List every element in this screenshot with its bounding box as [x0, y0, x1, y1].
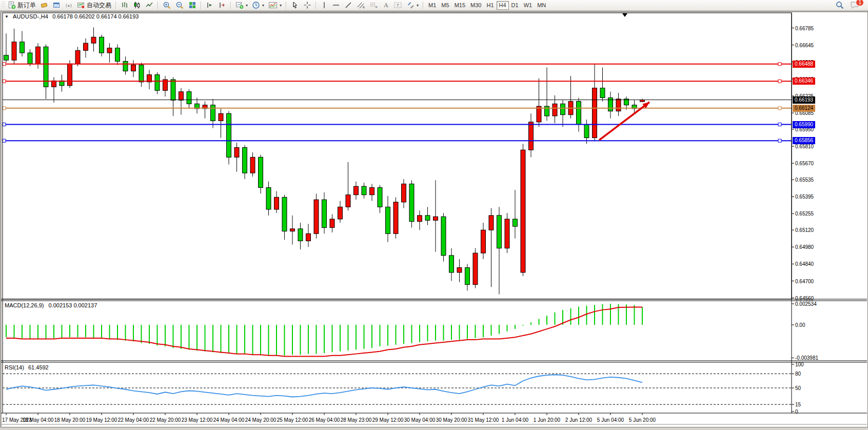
autotrade-label: 自动交易	[87, 1, 111, 10]
candle-down	[28, 53, 32, 64]
line-anchor-handle[interactable]	[3, 123, 6, 126]
bar-chart-button[interactable]	[119, 1, 131, 10]
timeframe-mn-button[interactable]: MN	[535, 1, 548, 10]
line-anchor-handle[interactable]	[778, 139, 781, 142]
timeframe-h1-button[interactable]: H1	[484, 1, 496, 10]
notification-count-badge: 1	[856, 0, 864, 6]
candle-down	[187, 92, 191, 104]
crosshair-button[interactable]	[301, 1, 313, 10]
add-indicator-button[interactable]: ▾	[233, 1, 250, 10]
candle-up	[505, 219, 509, 248]
timeframe-m1-button[interactable]: M1	[426, 1, 439, 10]
market-watch-button[interactable]	[38, 1, 50, 10]
timeframe-m5-button[interactable]: M5	[439, 1, 451, 10]
zoom-in-button[interactable]	[161, 1, 173, 10]
candle-down	[362, 186, 366, 195]
price-tick-label: 0.66785	[795, 25, 814, 31]
tile-windows-button[interactable]	[186, 1, 199, 10]
candle-down	[378, 187, 382, 207]
auto-scroll-button[interactable]	[204, 1, 216, 10]
timeframe-h4-button[interactable]: H4	[497, 1, 509, 10]
candle-down	[584, 125, 589, 138]
toolbar-separator	[157, 2, 159, 9]
candle-up	[179, 92, 184, 101]
main-plot-border	[3, 13, 792, 299]
period-button[interactable]: ▾	[250, 1, 266, 10]
time-label: 22 May 04:00	[118, 417, 149, 423]
line-anchor-handle[interactable]	[778, 107, 781, 110]
line-anchor-handle[interactable]	[3, 107, 6, 110]
dropdown-caret: ▾	[417, 3, 419, 8]
text-label-button[interactable]: T	[391, 1, 404, 10]
candle-down	[266, 187, 271, 209]
candle-down	[425, 216, 430, 220]
candle-up	[219, 113, 223, 121]
candle-down	[4, 55, 9, 60]
time-label: 31 May 12:00	[468, 417, 499, 423]
equidistant-channel-button[interactable]: E	[354, 1, 367, 10]
market-watch-icon	[40, 1, 48, 9]
equidistant-channel-icon: E	[357, 1, 365, 9]
time-label: 26 May 04:00	[309, 417, 340, 423]
line-anchor-handle[interactable]	[3, 139, 6, 142]
search-button[interactable]	[833, 1, 846, 10]
candle-up	[433, 217, 438, 220]
line-anchor-handle[interactable]	[3, 63, 6, 66]
dropdown-caret: ▾	[262, 3, 264, 8]
candle-up	[68, 64, 72, 86]
candle-up	[250, 157, 255, 173]
line-anchor-handle[interactable]	[3, 80, 6, 83]
candlestick-chart-button[interactable]	[131, 1, 143, 10]
toolbar-separator	[115, 2, 116, 9]
zoom-out-icon	[175, 1, 184, 10]
chart-shift-button[interactable]	[216, 1, 228, 10]
line-anchor-handle[interactable]	[778, 80, 781, 83]
chart-plot[interactable]	[0, 0, 868, 430]
candle-up	[553, 104, 557, 116]
cursor-button[interactable]	[289, 1, 301, 10]
candle-up	[640, 100, 645, 102]
main-toolbar: 新订单 自动交易	[0, 0, 868, 11]
candle-up	[12, 42, 16, 60]
candle-down	[322, 200, 327, 227]
time-label: 30 May 20:00	[436, 417, 467, 423]
terminal-window-button[interactable]	[50, 1, 63, 10]
line-chart-button[interactable]	[143, 1, 155, 10]
timeframe-m15-button[interactable]: M15	[452, 1, 468, 10]
horizontal-line-button[interactable]	[330, 1, 342, 10]
autotrade-button[interactable]: 自动交易	[75, 1, 113, 10]
fibonacci-button[interactable]: F	[367, 1, 380, 10]
candle-down	[139, 65, 144, 82]
candle-up	[521, 150, 525, 272]
vertical-line-button[interactable]	[319, 1, 330, 10]
rsi-indicator-label: RSI(14) 61.4592	[5, 364, 49, 370]
candle-up	[314, 200, 319, 233]
new-order-button[interactable]: 新订单	[6, 1, 38, 10]
timeframe-d1-button[interactable]: D1	[509, 1, 521, 10]
timeframe-group: M1M5M15M30H1H4D1W1MN	[426, 0, 548, 11]
candle-up	[91, 37, 96, 43]
template-button[interactable]: ▾	[266, 1, 284, 10]
candle-up	[489, 216, 494, 230]
text-button[interactable]: A	[380, 1, 391, 10]
signals-button[interactable]	[63, 1, 75, 10]
vertical-line-icon	[321, 1, 328, 9]
price-tick-label: 0.65120	[795, 227, 814, 233]
cursor-icon	[291, 1, 299, 9]
zoom-out-button[interactable]	[173, 1, 186, 10]
line-anchor-handle[interactable]	[778, 63, 781, 66]
rsi-name: RSI(14)	[5, 364, 24, 370]
one-click-trading-toggle[interactable]: ▼	[5, 14, 9, 19]
timeframe-m30-button[interactable]: M30	[468, 1, 484, 10]
toolbar-drag-handle[interactable]	[2, 2, 5, 9]
arrows-button[interactable]: ▾	[404, 1, 421, 10]
candle-up	[457, 268, 462, 272]
chart-shift-marker[interactable]	[622, 13, 627, 17]
level-price-badge: 0.66124	[793, 105, 815, 112]
current-price-badge: 0.66193	[793, 96, 815, 104]
notifications-button[interactable]: 1	[851, 1, 862, 10]
timeframe-w1-button[interactable]: W1	[521, 1, 535, 10]
line-anchor-handle[interactable]	[778, 123, 781, 126]
trendline-button[interactable]	[342, 1, 354, 10]
candle-up	[306, 233, 311, 241]
